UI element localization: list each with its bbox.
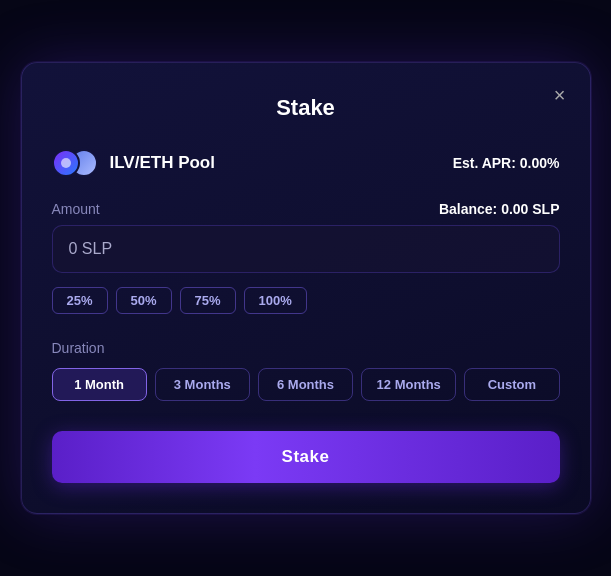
pool-name: ILV/ETH Pool	[110, 153, 215, 173]
duration-12months-button[interactable]: 12 Months	[361, 368, 456, 401]
pool-info: ILV/ETH Pool	[52, 149, 215, 177]
percent-75-button[interactable]: 75%	[180, 287, 236, 314]
amount-label: Amount	[52, 201, 100, 217]
duration-custom-button[interactable]: Custom	[464, 368, 559, 401]
stake-modal: × Stake ILV/ETH Pool Est. APR: 0.00% Amo…	[21, 62, 591, 514]
amount-label-row: Amount Balance: 0.00 SLP	[52, 201, 560, 217]
balance-value: 0.00 SLP	[501, 201, 559, 217]
balance-text: Balance:	[439, 201, 497, 217]
pool-row: ILV/ETH Pool Est. APR: 0.00%	[52, 149, 560, 177]
apr-label: Est. APR:	[453, 155, 516, 171]
duration-label: Duration	[52, 340, 560, 356]
ilv-icon	[52, 149, 80, 177]
balance-label: Balance: 0.00 SLP	[439, 201, 560, 217]
apr-value: 0.00%	[520, 155, 560, 171]
modal-overlay: × Stake ILV/ETH Pool Est. APR: 0.00% Amo…	[0, 0, 611, 576]
percent-buttons: 25% 50% 75% 100%	[52, 287, 560, 314]
percent-100-button[interactable]: 100%	[244, 287, 307, 314]
modal-title: Stake	[52, 95, 560, 121]
apr-info: Est. APR: 0.00%	[453, 155, 560, 171]
close-button[interactable]: ×	[550, 81, 570, 109]
duration-3months-button[interactable]: 3 Months	[155, 368, 250, 401]
percent-25-button[interactable]: 25%	[52, 287, 108, 314]
duration-buttons: 1 Month 3 Months 6 Months 12 Months Cust…	[52, 368, 560, 401]
amount-input[interactable]	[52, 225, 560, 273]
percent-50-button[interactable]: 50%	[116, 287, 172, 314]
pool-icons	[52, 149, 100, 177]
duration-6months-button[interactable]: 6 Months	[258, 368, 353, 401]
duration-1month-button[interactable]: 1 Month	[52, 368, 147, 401]
stake-button[interactable]: Stake	[52, 431, 560, 483]
